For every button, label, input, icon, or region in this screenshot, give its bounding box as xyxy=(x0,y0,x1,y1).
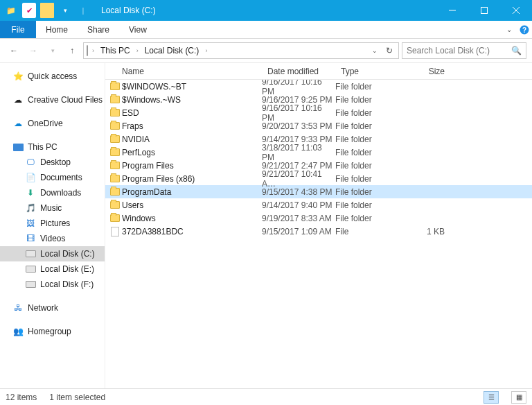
homegroup-icon: 👥 xyxy=(12,326,24,337)
nav-desktop[interactable]: 🖵Desktop xyxy=(0,155,105,170)
thumbnails-view-button[interactable]: ▦ xyxy=(511,391,526,404)
address-bar[interactable]: › This PC › Local Disk (C:) › ⌄ ↻ xyxy=(83,42,399,59)
cell-type: File folder xyxy=(335,214,405,223)
table-row[interactable]: $WINDOWS.~BT9/16/2017 10:16 PMFile folde… xyxy=(105,80,532,93)
cell-date: 9/15/2017 4:38 PM xyxy=(262,187,335,197)
nav-onedrive[interactable]: ☁OneDrive xyxy=(0,116,105,131)
nav-drive-f[interactable]: Local Disk (F:) xyxy=(0,277,105,292)
cell-date: 9/20/2017 3:53 PM xyxy=(262,121,335,131)
cell-name: $WINDOWS.~BT xyxy=(121,82,262,92)
table-row[interactable]: Fraps9/20/2017 3:53 PMFile folder xyxy=(105,119,532,132)
nav-this-pc[interactable]: This PC xyxy=(0,139,105,155)
table-row[interactable]: Program Files (x86)9/21/2017 10:41 A…Fil… xyxy=(105,172,532,185)
cell-name: Program Files xyxy=(121,161,262,171)
nav-videos[interactable]: 🎞Videos xyxy=(0,231,105,246)
cell-type: File folder xyxy=(335,95,405,105)
chevron-right-icon[interactable]: › xyxy=(135,47,140,54)
col-name[interactable]: Name xyxy=(105,67,262,76)
qa-folder-icon[interactable] xyxy=(40,3,54,18)
nav-drive-e[interactable]: Local Disk (E:) xyxy=(0,261,105,277)
folder-icon xyxy=(105,162,121,169)
cell-size: 1 KB xyxy=(405,227,456,236)
cell-name: ESD xyxy=(121,108,262,118)
minimize-button[interactable] xyxy=(436,0,468,21)
breadcrumb[interactable]: Local Disk (C:) xyxy=(143,46,202,55)
help-icon[interactable]: ? xyxy=(517,21,532,38)
table-row[interactable]: Windows9/19/2017 8:33 AMFile folder xyxy=(105,212,532,225)
col-type[interactable]: Type xyxy=(335,67,405,76)
drive-icon xyxy=(25,264,36,275)
tab-view[interactable]: View xyxy=(119,21,157,38)
nav-label: Music xyxy=(40,203,62,213)
nav-quick-access[interactable]: ⭐Quick access xyxy=(0,69,105,84)
search-input[interactable] xyxy=(407,46,511,55)
nav-label: This PC xyxy=(28,142,57,152)
cell-name: Fraps xyxy=(121,121,262,131)
table-row[interactable]: 372DA3881BDC9/15/2017 1:09 AMFile1 KB xyxy=(105,225,532,238)
chevron-right-icon[interactable]: › xyxy=(91,47,96,54)
nav-pictures[interactable]: 🖼Pictures xyxy=(0,216,105,231)
explorer-icon: 📁 xyxy=(4,3,18,18)
cell-name: Users xyxy=(121,200,262,210)
file-tab[interactable]: File xyxy=(0,21,36,38)
documents-icon: 📄 xyxy=(25,172,36,183)
nav-label: Creative Cloud Files xyxy=(28,95,103,105)
folder-icon xyxy=(105,214,121,222)
window-title: Local Disk (C:) xyxy=(94,6,156,15)
refresh-icon[interactable]: ↻ xyxy=(383,46,396,55)
ribbon-expand-icon[interactable]: ⌄ xyxy=(502,21,517,38)
cell-date: 9/19/2017 8:33 AM xyxy=(262,214,335,223)
back-button[interactable]: ← xyxy=(6,42,22,59)
tab-home[interactable]: Home xyxy=(36,21,78,38)
cell-date: 3/18/2017 11:03 PM xyxy=(262,143,335,162)
titlebar: 📁 ✔ ▾ | Local Disk (C:) xyxy=(0,0,532,21)
col-size[interactable]: Size xyxy=(405,67,456,76)
nav-creative-cloud[interactable]: ☁Creative Cloud Files xyxy=(0,92,105,107)
folder-icon xyxy=(105,109,121,117)
nav-music[interactable]: 🎵Music xyxy=(0,200,105,216)
up-button[interactable]: ↑ xyxy=(64,42,80,59)
nav-downloads[interactable]: ⬇Downloads xyxy=(0,185,105,200)
breadcrumb[interactable]: This PC xyxy=(98,46,132,55)
cell-type: File folder xyxy=(335,148,405,157)
maximize-button[interactable] xyxy=(468,0,500,21)
qa-sep: | xyxy=(76,3,90,18)
search-box[interactable]: 🔍 xyxy=(402,42,526,59)
chevron-right-icon[interactable]: › xyxy=(204,47,209,54)
details-view-button[interactable]: ☰ xyxy=(484,391,499,404)
pictures-icon: 🖼 xyxy=(25,218,36,229)
qa-dropdown-icon[interactable]: ▾ xyxy=(58,3,72,18)
table-row[interactable]: ESD9/16/2017 10:16 PMFile folder xyxy=(105,106,532,119)
nav-label: Local Disk (C:) xyxy=(40,249,95,259)
nav-label: Network xyxy=(28,303,58,313)
tab-share[interactable]: Share xyxy=(78,21,119,38)
table-row[interactable]: ProgramData9/15/2017 4:38 PMFile folder xyxy=(105,185,532,198)
table-row[interactable]: Users9/14/2017 9:40 PMFile folder xyxy=(105,198,532,212)
file-rows: $WINDOWS.~BT9/16/2017 10:16 PMFile folde… xyxy=(105,80,532,388)
drive-icon xyxy=(25,248,36,259)
close-button[interactable] xyxy=(500,0,532,21)
cell-name: NVIDIA xyxy=(121,135,262,144)
qa-check-icon[interactable]: ✔ xyxy=(22,3,36,18)
cell-date: 9/21/2017 10:41 A… xyxy=(262,169,335,189)
nav-drive-c[interactable]: Local Disk (C:) xyxy=(0,246,105,261)
cell-type: File xyxy=(335,227,405,236)
table-row[interactable]: PerfLogs3/18/2017 11:03 PMFile folder xyxy=(105,146,532,159)
col-date[interactable]: Date modified xyxy=(262,67,335,76)
pc-icon xyxy=(12,141,24,153)
nav-homegroup[interactable]: 👥Homegroup xyxy=(0,324,105,339)
nav-label: OneDrive xyxy=(28,119,63,128)
nav-label: Local Disk (F:) xyxy=(40,279,94,289)
network-icon: 🖧 xyxy=(12,302,24,313)
recent-dropdown[interactable]: ▾ xyxy=(44,42,61,59)
navigation-pane: ⭐Quick access ☁Creative Cloud Files ☁One… xyxy=(0,63,105,388)
downloads-icon: ⬇ xyxy=(25,187,36,198)
address-dropdown-icon[interactable]: ⌄ xyxy=(369,47,380,54)
nav-documents[interactable]: 📄Documents xyxy=(0,170,105,185)
folder-icon xyxy=(105,175,121,182)
onedrive-icon: ☁ xyxy=(12,118,24,129)
forward-button[interactable]: → xyxy=(25,42,42,59)
nav-network[interactable]: 🖧Network xyxy=(0,300,105,316)
search-icon[interactable]: 🔍 xyxy=(511,46,522,55)
cell-type: File folder xyxy=(335,200,405,210)
